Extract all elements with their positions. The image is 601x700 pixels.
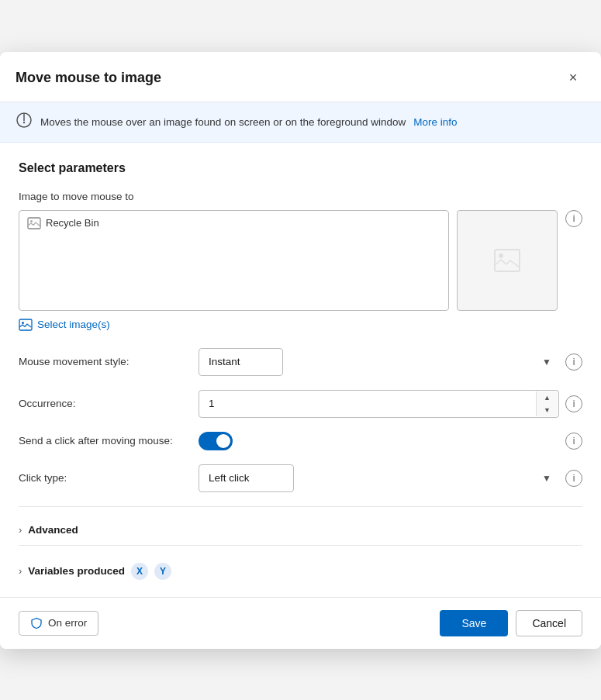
mouse-movement-label: Mouse movement style: — [19, 356, 189, 367]
content-area: Select parameters Image to move mouse to… — [0, 143, 601, 597]
variable-badge-y: Y — [154, 563, 171, 580]
select-images-icon — [19, 319, 33, 331]
svg-point-8 — [22, 322, 24, 324]
click-type-control: Left click Right click Double click Midd… — [199, 464, 582, 492]
mouse-movement-chevron-icon: ▼ — [542, 357, 551, 367]
occurrence-input[interactable] — [199, 390, 559, 418]
close-button[interactable]: × — [561, 66, 585, 91]
click-type-label: Click type: — [19, 472, 189, 484]
variable-badge-x: X — [131, 563, 148, 580]
send-click-row: Send a click after moving mouse: i — [19, 432, 582, 450]
section-title: Select parameters — [19, 161, 582, 175]
thumbnail-placeholder-icon — [493, 248, 521, 273]
send-click-control: i — [199, 432, 582, 450]
mouse-movement-control: Instant Linear Quadratic ▼ i — [199, 348, 582, 376]
svg-rect-3 — [28, 218, 40, 229]
send-click-info-button[interactable]: i — [565, 433, 582, 450]
occurrence-label: Occurrence: — [19, 398, 189, 409]
image-entry: Recycle Bin — [27, 217, 440, 229]
save-button[interactable]: Save — [440, 610, 508, 636]
variables-chevron-icon: › — [19, 565, 22, 577]
toggle-knob — [216, 434, 230, 448]
click-type-dropdown-wrapper: Left click Right click Double click Midd… — [199, 464, 559, 492]
advanced-expandable[interactable]: › Advanced — [19, 519, 582, 540]
mouse-movement-dropdown-wrapper: Instant Linear Quadratic ▼ — [199, 348, 559, 376]
title-bar: Move mouse to image × — [0, 52, 601, 102]
advanced-chevron-icon: › — [19, 524, 22, 536]
mouse-movement-row: Mouse movement style: Instant Linear Qua… — [19, 348, 582, 376]
image-info-button[interactable]: i — [565, 210, 582, 227]
select-images-button[interactable]: Select image(s) — [19, 319, 110, 331]
select-images-label: Select image(s) — [37, 319, 110, 330]
mouse-movement-select[interactable]: Instant Linear Quadratic — [199, 348, 283, 376]
click-type-info-button[interactable]: i — [565, 470, 582, 487]
occurrence-info-button[interactable]: i — [565, 395, 582, 412]
occurrence-row: Occurrence: ▲ ▼ i — [19, 390, 582, 418]
click-type-chevron-icon: ▼ — [542, 473, 551, 484]
on-error-button[interactable]: On error — [19, 611, 98, 636]
divider-1 — [19, 506, 582, 507]
send-click-toggle[interactable] — [199, 432, 233, 450]
svg-rect-5 — [495, 250, 520, 271]
cancel-button[interactable]: Cancel — [516, 610, 582, 636]
variables-label: Variables produced — [28, 565, 125, 577]
info-banner-icon — [16, 112, 33, 133]
banner-text: Moves the mouse over an image found on s… — [40, 116, 406, 128]
image-name: Recycle Bin — [46, 217, 99, 229]
occurrence-spinner-buttons: ▲ ▼ — [536, 391, 558, 416]
occurrence-increment-button[interactable]: ▲ — [537, 391, 558, 404]
click-type-row: Click type: Left click Right click Doubl… — [19, 464, 582, 492]
footer: On error Save Cancel — [0, 597, 601, 649]
shield-icon — [30, 617, 43, 629]
svg-point-6 — [499, 253, 503, 258]
image-thumbnail — [457, 210, 558, 311]
svg-point-2 — [23, 121, 25, 122]
advanced-label: Advanced — [28, 524, 78, 536]
click-type-select[interactable]: Left click Right click Double click Midd… — [199, 464, 294, 492]
footer-actions: Save Cancel — [440, 610, 582, 636]
svg-rect-7 — [19, 319, 32, 330]
more-info-link[interactable]: More info — [413, 116, 457, 128]
on-error-label: On error — [48, 617, 87, 629]
mouse-movement-info-button[interactable]: i — [565, 353, 582, 371]
image-main-box: Recycle Bin — [19, 210, 449, 311]
occurrence-decrement-button[interactable]: ▼ — [537, 404, 558, 416]
variables-expandable[interactable]: › Variables produced X Y — [19, 558, 582, 584]
occurrence-spinner-wrapper: ▲ ▼ — [199, 390, 559, 418]
send-click-label: Send a click after moving mouse: — [19, 435, 189, 447]
image-field-label: Image to move mouse to — [19, 191, 582, 202]
image-entry-icon — [27, 217, 41, 229]
occurrence-control: ▲ ▼ i — [199, 390, 582, 418]
svg-point-4 — [30, 220, 33, 222]
image-row: Recycle Bin i — [19, 210, 582, 311]
dialog: Move mouse to image × Moves the mouse ov… — [0, 52, 601, 649]
dialog-title: Move mouse to image — [16, 70, 161, 86]
info-banner: Moves the mouse over an image found on s… — [0, 102, 601, 143]
divider-2 — [19, 545, 582, 546]
